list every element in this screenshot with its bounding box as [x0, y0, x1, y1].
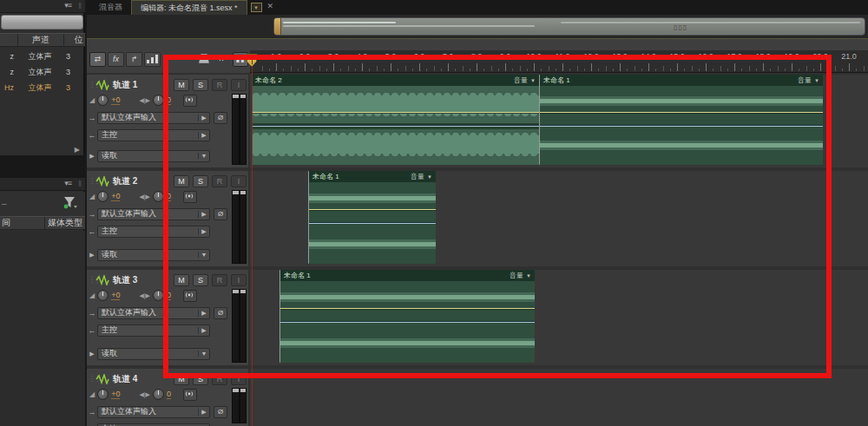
pan-knob[interactable]: [153, 95, 164, 106]
mute-button[interactable]: M: [174, 274, 189, 286]
input-dropdown[interactable]: 默认立体声输入▶: [97, 406, 210, 418]
pan-knob[interactable]: [153, 191, 164, 202]
tab-dropdown-icon[interactable]: ▼: [251, 3, 262, 12]
output-dropdown[interactable]: 主控▶: [97, 226, 210, 238]
clip-volume-label[interactable]: 音量▼: [510, 271, 531, 280]
solo-button[interactable]: S: [193, 274, 208, 286]
sends-button[interactable]: ↱: [126, 52, 142, 67]
hscroll-right-arrow[interactable]: ▶: [75, 146, 80, 154]
volume-envelope-line[interactable]: [280, 308, 535, 309]
solo-button[interactable]: S: [193, 175, 208, 187]
volume-value[interactable]: +0: [111, 192, 120, 201]
track-grip-icon[interactable]: ⋮⋮: [89, 81, 95, 88]
track-name[interactable]: 轨道 3: [113, 274, 137, 286]
phase-invert-button[interactable]: Ø: [214, 307, 227, 319]
panel-menu-icon[interactable]: ▾≡: [64, 1, 71, 10]
audio-clip[interactable]: 未命名 1音量▼: [539, 75, 823, 165]
solo-button[interactable]: S: [193, 79, 208, 91]
automation-dropdown[interactable]: 读取▼: [97, 249, 210, 261]
track-name[interactable]: 轨道 4: [113, 373, 137, 385]
pan-value[interactable]: 0: [167, 95, 171, 105]
column-channel[interactable]: 声道: [18, 34, 63, 46]
tab-mixer[interactable]: 混音器: [90, 0, 131, 15]
record-arm-button[interactable]: R: [212, 373, 227, 385]
track-lane[interactable]: [250, 369, 868, 426]
clip-volume-caret-icon[interactable]: ▼: [814, 78, 819, 83]
phase-invert-button[interactable]: Ø: [214, 406, 227, 418]
overview-scrollbar[interactable]: [1, 15, 83, 29]
mute-button[interactable]: M: [174, 175, 189, 187]
volume-value[interactable]: +0: [111, 390, 120, 399]
panel-menu-icon[interactable]: ▾≡: [64, 179, 71, 187]
solo-button[interactable]: S: [193, 373, 208, 385]
track-grip-icon[interactable]: ⋮⋮: [89, 177, 95, 185]
output-dropdown[interactable]: 主控▶: [97, 324, 210, 337]
speaker-monitor-button[interactable]: [183, 389, 197, 401]
timeline-ruler[interactable]: 1.02.03.04.05.06.07.08.09.010.011.012.01…: [250, 50, 868, 73]
effects-button[interactable]: fx: [108, 52, 124, 67]
volume-value[interactable]: +0: [111, 95, 120, 105]
output-dropdown[interactable]: 主控▶: [97, 423, 210, 426]
output-dropdown[interactable]: 主控▶: [97, 129, 210, 141]
volume-knob[interactable]: [97, 290, 108, 301]
track-lane[interactable]: 未命名 1音量▼: [250, 171, 868, 266]
speaker-monitor-button[interactable]: [183, 290, 197, 302]
pan-value[interactable]: 0: [167, 291, 171, 300]
track-name[interactable]: 轨道 2: [113, 175, 137, 187]
track-grip-icon[interactable]: ⋮⋮: [89, 276, 95, 284]
file-row[interactable]: z立体声3: [0, 64, 85, 80]
expand-arrow-icon[interactable]: ▶: [87, 351, 97, 357]
automation-dropdown[interactable]: 读取▼: [97, 150, 210, 162]
pan-value[interactable]: 0: [167, 390, 171, 399]
input-dropdown[interactable]: 默认立体声输入▶: [97, 307, 210, 319]
input-monitor-button[interactable]: I: [231, 175, 247, 187]
expand-arrow-icon[interactable]: ▶: [87, 252, 97, 259]
pan-knob[interactable]: [153, 290, 164, 301]
pan-knob[interactable]: [153, 389, 164, 400]
column-bits[interactable]: 位: [64, 34, 85, 46]
input-monitor-button[interactable]: I: [231, 274, 247, 286]
phase-invert-button[interactable]: Ø: [214, 208, 227, 220]
metronome-button[interactable]: [198, 54, 214, 69]
filter-funnel-icon[interactable]: [62, 196, 78, 209]
clip-volume-label[interactable]: 音量▼: [798, 75, 819, 85]
record-arm-button[interactable]: R: [212, 175, 227, 187]
volume-value[interactable]: +0: [111, 291, 120, 300]
speaker-monitor-button[interactable]: [183, 95, 197, 107]
track-grip-icon[interactable]: ⋮⋮: [89, 375, 95, 383]
column-time[interactable]: 间: [0, 217, 10, 229]
track-lane[interactable]: 未命名 2音量▼未命名 1音量▼: [250, 75, 868, 167]
input-dropdown[interactable]: 默认立体声输入▶: [97, 208, 210, 220]
clip-volume-caret-icon[interactable]: ▼: [427, 174, 432, 180]
eq-button[interactable]: [144, 52, 161, 67]
input-dropdown[interactable]: 默认立体声输入▶: [97, 112, 210, 124]
panel-splitter[interactable]: [0, 155, 85, 178]
file-row[interactable]: Hz立体声3: [0, 80, 85, 95]
clip-volume-caret-icon[interactable]: ▼: [530, 78, 536, 83]
clip-volume-caret-icon[interactable]: ▼: [526, 273, 531, 279]
tab-close-icon[interactable]: ✕: [267, 2, 274, 15]
automation-dropdown[interactable]: 读取▼: [97, 348, 210, 360]
pan-value[interactable]: 0: [167, 192, 171, 201]
mute-button[interactable]: M: [174, 373, 189, 385]
audio-clip[interactable]: 未命名 1音量▼: [308, 171, 436, 264]
volume-envelope-line[interactable]: [252, 112, 539, 113]
audio-clip[interactable]: 未命名 1音量▼: [279, 270, 535, 363]
record-arm-button[interactable]: R: [212, 79, 227, 91]
volume-knob[interactable]: [97, 191, 108, 202]
column-media-type[interactable]: 媒体类型: [45, 217, 85, 229]
clip-volume-label[interactable]: 音量▼: [514, 75, 536, 85]
audio-clip[interactable]: 未命名 2音量▼: [252, 75, 539, 165]
io-routing-button[interactable]: ⇄: [89, 52, 106, 67]
volume-envelope-line[interactable]: [309, 209, 436, 210]
input-monitor-button[interactable]: I: [231, 79, 247, 91]
mute-button[interactable]: M: [174, 79, 189, 91]
snap-button[interactable]: [215, 54, 232, 69]
playhead-line[interactable]: [252, 66, 253, 426]
volume-knob[interactable]: [97, 389, 108, 400]
file-row[interactable]: z立体声3: [0, 49, 85, 64]
input-monitor-button[interactable]: I: [231, 373, 247, 385]
navigator-grip-icon[interactable]: ▯▯▯: [674, 23, 687, 31]
tab-editor[interactable]: 编辑器: 未命名混音 1.sesx *: [131, 0, 247, 15]
expand-arrow-icon[interactable]: ▶: [87, 153, 97, 160]
